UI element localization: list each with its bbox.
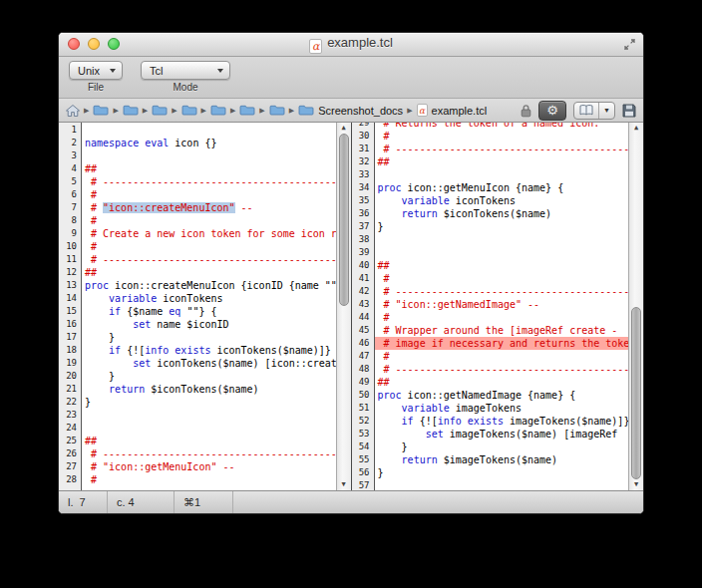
code-line[interactable]: 2namespace eval icon {} (59, 137, 336, 149)
code-line[interactable]: 53 set imageTokens($name) [imageRef (352, 428, 629, 441)
code-line[interactable]: 31 # -----------------------------------… (352, 143, 629, 155)
scroll-down-icon[interactable]: ▼ (337, 481, 351, 488)
code-line[interactable]: 41 # (352, 272, 629, 285)
code-line[interactable]: 45 # Wrapper around the [imageRef create… (352, 324, 629, 337)
path-separator-icon: ▶ (113, 107, 118, 114)
path-file[interactable]: α example.tcl (417, 104, 488, 117)
file-format-popup[interactable]: Unix (69, 61, 123, 80)
code-line[interactable]: 12## (59, 266, 336, 279)
code-line[interactable]: 16 set name $iconID (59, 318, 336, 331)
code-line[interactable]: 47 # (352, 350, 629, 363)
line-number: 4 (59, 162, 82, 175)
code-line[interactable]: 18 if {![info exists iconTokens($name)]}… (59, 344, 336, 357)
code-line[interactable]: 36 return $iconTokens($name) (352, 207, 629, 220)
window-title: example.tcl (327, 35, 393, 50)
code-line[interactable]: 25## (59, 435, 336, 447)
code-line[interactable]: 6 # (59, 188, 336, 201)
code-line[interactable]: 46 # image if necessary and returns the … (352, 337, 629, 350)
code-line[interactable]: 44 # (352, 311, 629, 324)
scroll-down-icon[interactable]: ▼ (629, 481, 643, 488)
code-line[interactable]: 29 # Returns the token of a named icon. (352, 123, 629, 130)
code-line[interactable]: 43 # "icon::getNamedImage" -- (352, 298, 629, 311)
document-proxy-icon[interactable]: α (309, 39, 322, 54)
code-line[interactable]: 37} (352, 220, 629, 233)
code-line[interactable]: 40## (352, 259, 629, 272)
line-number: 56 (352, 466, 375, 479)
code-line[interactable]: 1 (59, 124, 336, 137)
path-folder[interactable] (123, 105, 139, 116)
code-line[interactable]: 35 variable iconTokens (352, 194, 629, 207)
code-line[interactable]: 34proc icon::getMenuIcon {name} { (352, 181, 629, 194)
code-line[interactable]: 13proc icon::createMenuIcon {iconID {nam… (59, 279, 336, 292)
code-line[interactable]: 38 (352, 233, 629, 246)
code-line[interactable]: 3 (59, 149, 336, 162)
code-line[interactable]: 17 } (59, 331, 336, 344)
code-line[interactable]: 8 # (59, 214, 336, 227)
code-line[interactable]: 50proc icon::getNamedImage {name} { (352, 389, 629, 402)
code-line[interactable]: 5 # ------------------------------------… (59, 175, 336, 188)
mode-popup[interactable]: Tcl (141, 61, 230, 80)
code-line[interactable]: 55 return $imageTokens($name) (352, 453, 629, 466)
code-line[interactable]: 11 # -----------------------------------… (59, 253, 336, 266)
path-folder[interactable] (152, 105, 168, 116)
code-line[interactable]: 26 # -----------------------------------… (59, 447, 336, 460)
code-line[interactable]: 51 variable imageTokens (352, 402, 629, 415)
code-line[interactable]: 33 (352, 168, 629, 181)
scrollbar-thumb[interactable] (631, 307, 641, 479)
code-line[interactable]: 39 (352, 246, 629, 259)
code-line[interactable]: 15 if {$name eq ""} { (59, 305, 336, 318)
code-line[interactable]: 32## (352, 155, 629, 168)
scroll-up-icon[interactable]: ▲ (337, 125, 351, 132)
line-number: 46 (352, 337, 375, 350)
code-line[interactable]: 7 # "icon::createMenuIcon" -- (59, 201, 336, 214)
code-line[interactable]: 56} (352, 466, 629, 479)
line-number: 35 (352, 194, 375, 207)
folder-icon (269, 105, 285, 116)
code-line[interactable]: 48 # -----------------------------------… (352, 363, 629, 376)
path-home-button[interactable] (66, 105, 80, 117)
line-number: 8 (59, 214, 82, 227)
path-current-folder[interactable]: Screenshot_docs (298, 105, 403, 117)
code-pane-left[interactable]: 12namespace eval icon {}34##5 # --------… (59, 123, 351, 490)
code-lines[interactable]: 29 # Returns the token of a named icon.3… (352, 123, 629, 490)
code-line[interactable]: 42 # -----------------------------------… (352, 285, 629, 298)
path-folder[interactable] (239, 105, 255, 116)
scroll-up-icon[interactable]: ▲ (629, 125, 643, 132)
fullscreen-button[interactable] (622, 37, 637, 52)
path-separator-icon: ▶ (201, 107, 206, 114)
save-icon[interactable] (622, 104, 636, 118)
gear-button[interactable]: ⚙ (538, 101, 566, 121)
code-text: # Wrapper around the [imageRef create - (375, 324, 629, 337)
code-line[interactable]: 52 if {![info exists imageTokens($name)]… (352, 415, 629, 428)
code-line[interactable]: 57 (352, 479, 629, 490)
scrollbar-thumb[interactable] (339, 134, 349, 306)
code-line[interactable]: 20 } (59, 370, 336, 383)
lock-icon[interactable] (521, 104, 531, 118)
code-line[interactable]: 21 return $iconTokens($name) (59, 383, 336, 396)
code-lines[interactable]: 12namespace eval icon {}34##5 # --------… (59, 124, 336, 486)
scrollbar-left[interactable]: ▲ ▼ (336, 123, 351, 490)
code-line[interactable]: 24 (59, 422, 336, 435)
dropdown-arrow-icon[interactable]: ▼ (599, 107, 614, 114)
code-line[interactable]: 19 set iconTokens($name) [icon::createIm… (59, 357, 336, 370)
code-line[interactable]: 4## (59, 162, 336, 175)
code-text: # "icon::getMenuIcon" -- (82, 460, 336, 473)
title-bar[interactable]: αexample.tcl (59, 33, 643, 57)
code-line[interactable]: 22} (59, 396, 336, 409)
code-line[interactable]: 49## (352, 376, 629, 389)
path-folder[interactable] (181, 105, 197, 116)
code-line[interactable]: 23 (59, 409, 336, 422)
path-folder[interactable] (210, 105, 226, 116)
code-line[interactable]: 54 } (352, 441, 629, 453)
code-line[interactable]: 30 # (352, 130, 629, 143)
code-line[interactable]: 14 variable iconTokens (59, 292, 336, 305)
bookmarks-button[interactable]: ▼ (573, 102, 615, 120)
path-folder[interactable] (93, 105, 109, 116)
path-folder[interactable] (269, 105, 285, 116)
code-pane-right[interactable]: 29 # Returns the token of a named icon.3… (351, 123, 644, 490)
code-line[interactable]: 10 # (59, 240, 336, 253)
scrollbar-right[interactable]: ▲ ▼ (628, 123, 643, 490)
code-line[interactable]: 9 # Create a new icon token for some ico… (59, 227, 336, 240)
code-line[interactable]: 27 # "icon::getMenuIcon" -- (59, 460, 336, 473)
code-line[interactable]: 28 # (59, 473, 336, 486)
